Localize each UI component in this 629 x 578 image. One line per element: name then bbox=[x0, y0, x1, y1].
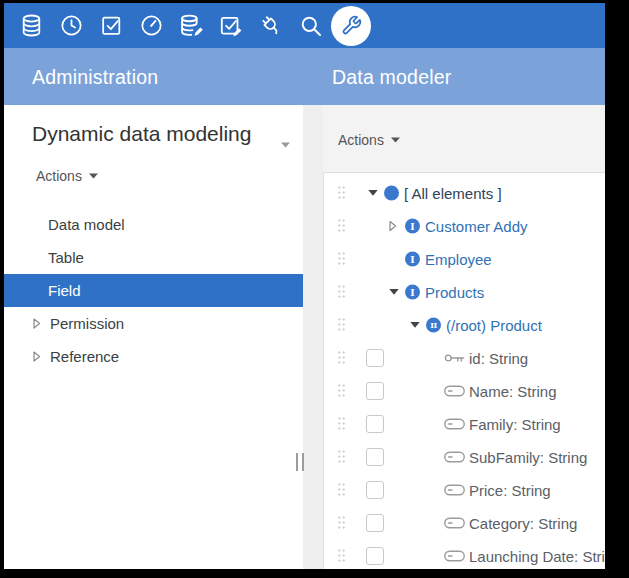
drag-handle-icon[interactable] bbox=[337, 284, 346, 300]
drag-handle-icon[interactable] bbox=[337, 218, 346, 234]
sidebar-item-reference[interactable]: Reference bbox=[4, 340, 303, 373]
field-icon bbox=[444, 484, 465, 496]
toolbar-form-edit-button[interactable] bbox=[211, 3, 251, 48]
panel-resize-handle[interactable] bbox=[296, 453, 304, 471]
administration-panel: Dynamic data modeling Actions Data model… bbox=[4, 105, 303, 569]
drag-handle-icon[interactable] bbox=[337, 416, 346, 432]
tree-item-label: Name: String bbox=[469, 382, 557, 399]
tree-item-label: Launching Date: String bbox=[469, 547, 605, 564]
tree-item-label: id: String bbox=[469, 349, 528, 366]
drag-handle-icon[interactable] bbox=[337, 251, 346, 267]
tree-item-launching-date-string[interactable]: Launching Date: String bbox=[324, 539, 605, 569]
toolbar-plug-button[interactable] bbox=[251, 3, 291, 48]
data-modeler-panel: Actions [ All elements ]ICustomer AddyIE… bbox=[323, 105, 605, 569]
drag-handle-icon[interactable] bbox=[337, 515, 346, 531]
drag-handle-icon[interactable] bbox=[337, 350, 346, 366]
entity-badge-icon: I bbox=[405, 251, 420, 266]
caret-right-icon[interactable] bbox=[33, 351, 41, 362]
tree-item-label: (/root) Product bbox=[446, 316, 542, 333]
gauge-icon bbox=[139, 13, 164, 38]
title-chevron-down-icon[interactable] bbox=[281, 134, 290, 152]
tree-item-customer-addy[interactable]: ICustomer Addy bbox=[324, 209, 605, 242]
sidebar-item-label: Reference bbox=[50, 348, 119, 365]
sidebar-item-table[interactable]: Table bbox=[4, 241, 303, 274]
field-icon bbox=[444, 385, 465, 397]
administration-panel-title: Administration bbox=[32, 65, 158, 88]
tree-item-label: Category: String bbox=[469, 514, 577, 531]
caret-right-icon[interactable] bbox=[389, 220, 397, 231]
tree-item-price-string[interactable]: Price: String bbox=[324, 473, 605, 506]
field-icon bbox=[444, 550, 465, 562]
screenshot-frame: { "toolbar": { "items": [ {"icon": "data… bbox=[0, 0, 629, 578]
entity-badge-icon: II bbox=[426, 317, 441, 332]
right-actions-menu[interactable]: Actions bbox=[338, 132, 400, 148]
tree-item-products[interactable]: IProducts bbox=[324, 275, 605, 308]
tree-item-family-string[interactable]: Family: String bbox=[324, 407, 605, 440]
sidebar-item-label: Table bbox=[48, 249, 84, 266]
drag-handle-icon[interactable] bbox=[337, 317, 346, 333]
database-icon bbox=[19, 13, 44, 38]
row-checkbox[interactable] bbox=[366, 514, 384, 532]
chevron-down-icon bbox=[391, 137, 400, 143]
sidebar-item-permission[interactable]: Permission bbox=[4, 307, 303, 340]
toolbar-gauge-button[interactable] bbox=[131, 3, 171, 48]
caret-down-icon[interactable] bbox=[368, 189, 378, 196]
tree-item-label: Customer Addy bbox=[425, 217, 528, 234]
row-checkbox[interactable] bbox=[366, 448, 384, 466]
all-elements-dot-icon bbox=[384, 185, 399, 200]
tree-item-label: Products bbox=[425, 283, 484, 300]
tree-item-label: [ All elements ] bbox=[404, 184, 502, 201]
row-checkbox[interactable] bbox=[366, 547, 384, 565]
app-window: Administration Data modeler Dynamic data… bbox=[4, 3, 605, 569]
key-icon bbox=[444, 351, 465, 364]
drag-handle-icon[interactable] bbox=[337, 449, 346, 465]
sidebar-item-label: Permission bbox=[50, 315, 124, 332]
search-icon bbox=[299, 14, 323, 38]
sidebar-item-data-model[interactable]: Data model bbox=[4, 208, 303, 241]
toolbar-clock-button[interactable] bbox=[51, 3, 91, 48]
tree-item-name-string[interactable]: Name: String bbox=[324, 374, 605, 407]
tree-item-label: Family: String bbox=[469, 415, 561, 432]
toolbar-database-button[interactable] bbox=[11, 3, 51, 48]
form-edit-icon bbox=[218, 13, 244, 39]
sidebar-item-label: Field bbox=[48, 282, 81, 299]
left-actions-label: Actions bbox=[36, 168, 82, 184]
left-actions-menu[interactable]: Actions bbox=[36, 168, 98, 184]
field-icon bbox=[444, 418, 465, 430]
entity-badge-icon: I bbox=[405, 284, 420, 299]
caret-down-icon[interactable] bbox=[410, 321, 420, 328]
check-square-icon bbox=[99, 13, 124, 38]
drag-handle-icon[interactable] bbox=[337, 548, 346, 564]
drag-handle-icon[interactable] bbox=[337, 383, 346, 399]
drag-handle-icon[interactable] bbox=[337, 482, 346, 498]
tree-item-category-string[interactable]: Category: String bbox=[324, 506, 605, 539]
row-checkbox[interactable] bbox=[366, 415, 384, 433]
data-model-tree: [ All elements ]ICustomer AddyIEmployeeI… bbox=[323, 172, 605, 569]
tree-item-root-product[interactable]: II(/root) Product bbox=[324, 308, 605, 341]
sidebar-item-field[interactable]: Field bbox=[4, 274, 303, 307]
top-toolbar bbox=[4, 3, 605, 48]
tree-item-employee[interactable]: IEmployee bbox=[324, 242, 605, 275]
toolbar-wrench-button[interactable] bbox=[331, 6, 371, 46]
toolbar-search-button[interactable] bbox=[291, 3, 331, 48]
right-actions-label: Actions bbox=[338, 132, 384, 148]
drag-handle-icon[interactable] bbox=[337, 185, 346, 201]
database-edit-icon bbox=[178, 13, 204, 39]
tree-item-id-string[interactable]: id: String bbox=[324, 341, 605, 374]
toolbar-check-square-button[interactable] bbox=[91, 3, 131, 48]
panel-headers: Administration Data modeler bbox=[4, 48, 605, 105]
row-checkbox[interactable] bbox=[366, 349, 384, 367]
left-menu: Data modelTableFieldPermissionReference bbox=[4, 208, 303, 373]
caret-right-icon[interactable] bbox=[33, 318, 41, 329]
panels-body: Dynamic data modeling Actions Data model… bbox=[4, 105, 605, 569]
row-checkbox[interactable] bbox=[366, 481, 384, 499]
chevron-down-icon bbox=[89, 173, 98, 179]
toolbar-database-edit-button[interactable] bbox=[171, 3, 211, 48]
tree-item-all-elements[interactable]: [ All elements ] bbox=[324, 176, 605, 209]
row-checkbox[interactable] bbox=[366, 382, 384, 400]
clock-icon bbox=[59, 13, 84, 38]
tree-item-subfamily-string[interactable]: SubFamily: String bbox=[324, 440, 605, 473]
panel-divider bbox=[303, 105, 323, 569]
data-modeler-panel-title: Data modeler bbox=[332, 65, 451, 88]
caret-down-icon[interactable] bbox=[389, 288, 399, 295]
